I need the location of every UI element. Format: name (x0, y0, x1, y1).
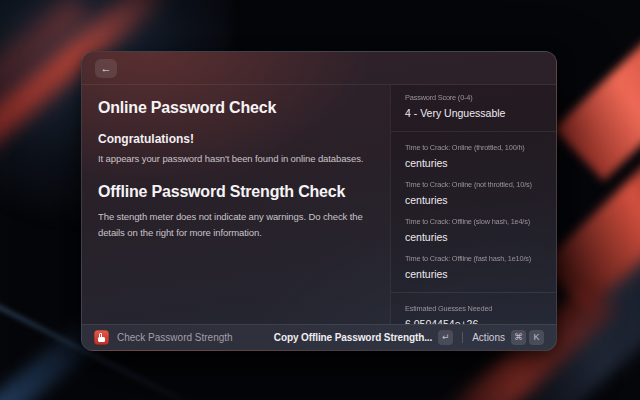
padlock-glyph (98, 337, 105, 342)
action-bar: Check Password Strength Copy Offline Pas… (82, 324, 556, 350)
crack-time-item: Time to Crack: Offline (fast hash, 1e10/… (405, 254, 550, 280)
crack-time-label: Time to Crack: Online (throttled, 100/h) (405, 143, 538, 152)
crack-time-label: Time to Crack: Offline (slow hash, 1e4/s… (405, 217, 538, 226)
raycast-window: ← Online Password Check Congratulations!… (81, 51, 557, 351)
window-body: Online Password Check Congratulations! I… (82, 85, 556, 324)
main-content: Online Password Check Congratulations! I… (82, 85, 390, 324)
offline-check-body: The stength meter does not indicate any … (98, 209, 390, 241)
footer-actions: Copy Offline Password Strength... ↵ Acti… (274, 330, 544, 345)
crack-time-item: Time to Crack: Online (not throttled, 10… (405, 180, 550, 206)
crack-time-value: centuries (405, 157, 550, 169)
password-score-item: Password Score (0-4) 4 - Very Unguessabl… (405, 93, 550, 119)
crack-time-value: centuries (405, 268, 550, 280)
window-header: ← (82, 52, 556, 85)
wallpaper-red-ribbon (554, 11, 640, 181)
guesses-needed-item: Estimated Guesses Needed 6.0504454e+26 (405, 304, 550, 324)
password-score-label: Password Score (0-4) (405, 93, 538, 102)
lock-icon (94, 330, 109, 345)
return-key-icon[interactable]: ↵ (438, 330, 453, 345)
back-button[interactable]: ← (95, 59, 117, 78)
actions-shortcut: ⌘ K (511, 330, 544, 345)
crack-time-value: centuries (405, 231, 550, 243)
crack-time-label: Time to Crack: Online (not throttled, 10… (405, 180, 538, 189)
password-score-value: 4 - Very Unguessable (405, 107, 550, 119)
wallpaper-red-streak (0, 0, 88, 182)
online-check-body: It appears your password hasn't been fou… (98, 153, 374, 164)
sidebar-divider (391, 292, 556, 293)
back-arrow-icon: ← (101, 63, 112, 74)
sidebar-divider (391, 131, 556, 132)
command-key-icon[interactable]: ⌘ (511, 330, 526, 345)
crack-time-label: Time to Crack: Offline (fast hash, 1e10/… (405, 254, 538, 263)
crack-time-item: Time to Crack: Offline (slow hash, 1e4/s… (405, 217, 550, 243)
online-check-heading: Online Password Check (98, 99, 374, 117)
actions-menu-button[interactable]: Actions (472, 332, 505, 343)
crack-time-item: Time to Crack: Online (throttled, 100/h)… (405, 143, 550, 169)
guesses-needed-label: Estimated Guesses Needed (405, 304, 538, 313)
congratulations-heading: Congratulations! (98, 132, 374, 146)
primary-action-button[interactable]: Copy Offline Password Strength... (274, 332, 432, 343)
k-key-icon[interactable]: K (529, 330, 544, 345)
footer-divider (462, 332, 463, 343)
offline-check-heading: Offline Password Strength Check (98, 183, 374, 201)
crack-time-value: centuries (405, 194, 550, 206)
metadata-sidebar: Password Score (0-4) 4 - Very Unguessabl… (390, 85, 556, 324)
desktop: ← Online Password Check Congratulations!… (0, 0, 640, 400)
extension-name: Check Password Strength (117, 332, 233, 343)
